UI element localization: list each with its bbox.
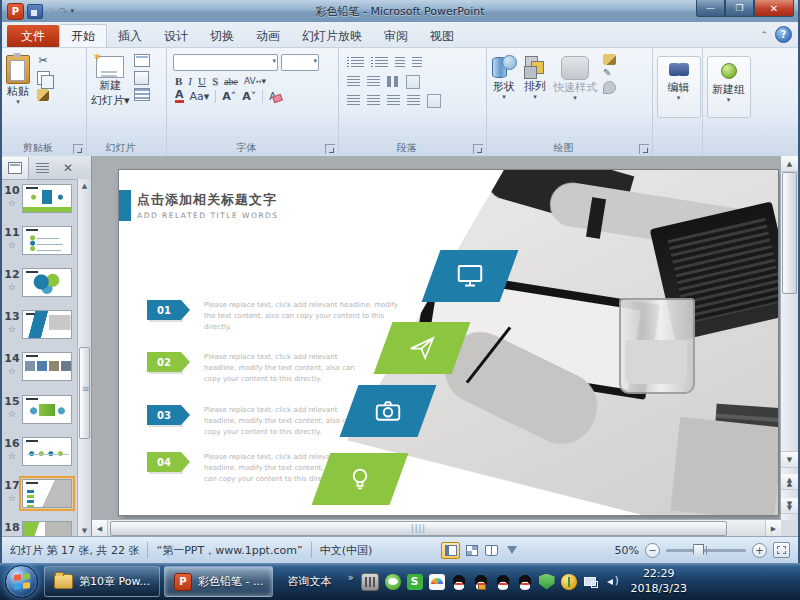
qq-icon-3[interactable]	[495, 574, 511, 590]
arrange-button[interactable]: 排列	[523, 52, 547, 100]
drawing-dialog-launcher[interactable]	[639, 144, 649, 154]
align-text-icon[interactable]	[406, 75, 420, 89]
slide-thumbnail-14[interactable]: 14☆	[2, 352, 78, 392]
underline-button[interactable]: U	[198, 75, 206, 87]
close-button[interactable]: ✕	[754, 0, 794, 17]
zoom-slider-thumb[interactable]	[693, 544, 704, 559]
shrink-font-button[interactable]: A˅	[242, 90, 256, 103]
network-icon[interactable]	[583, 574, 599, 590]
font-name-combobox[interactable]	[173, 54, 278, 71]
volume-icon[interactable]	[605, 574, 621, 590]
wechat-icon[interactable]	[385, 574, 401, 590]
shape-effects-icon[interactable]	[603, 81, 616, 94]
slide-thumbnail-13[interactable]: 13☆	[2, 310, 78, 350]
shapes-button[interactable]: 形状	[491, 52, 517, 100]
scroll-left-icon[interactable]: ◀	[92, 520, 108, 537]
zoom-level[interactable]: 50%	[615, 544, 639, 557]
rainbow-app-icon[interactable]	[429, 574, 445, 590]
panel-close-icon[interactable]: ✕	[63, 161, 73, 175]
tab-view[interactable]: 视图	[419, 25, 465, 47]
normal-view-button[interactable]	[441, 542, 460, 559]
paragraph-dialog-launcher[interactable]	[473, 144, 483, 154]
save-icon[interactable]	[27, 4, 43, 19]
language-indicator[interactable]: 中文(中国)	[320, 543, 373, 558]
decrease-indent-icon[interactable]	[347, 76, 360, 87]
redo-icon[interactable]: ↷	[58, 6, 67, 17]
taskbar-clock[interactable]: 22:29 2018/3/23	[631, 567, 687, 597]
qq-icon-2[interactable]	[473, 574, 489, 590]
slide-thumbnail-12[interactable]: 12☆	[2, 268, 78, 308]
tab-outline[interactable]	[29, 157, 55, 179]
numbering-icon[interactable]	[375, 57, 388, 68]
columns-icon[interactable]	[387, 76, 399, 87]
change-case-button[interactable]: Aa▾	[190, 90, 210, 103]
item-tag-01[interactable]: 01	[147, 300, 181, 320]
slide-thumbnail-15[interactable]: 15☆	[2, 395, 78, 435]
font-size-combobox[interactable]	[281, 54, 319, 71]
powerpoint-app-icon[interactable]: P	[7, 3, 24, 20]
slide-subtitle[interactable]: ADD RELATED TITLE WORDS	[137, 211, 279, 220]
quick-styles-button[interactable]: 快速样式	[553, 52, 597, 101]
text-direction-icon[interactable]	[412, 57, 422, 68]
sogou-icon[interactable]	[407, 574, 423, 590]
shape-fill-icon[interactable]	[603, 54, 616, 65]
gold-ball-icon[interactable]	[561, 574, 577, 590]
tab-animations[interactable]: 动画	[245, 25, 291, 47]
fit-to-window-button[interactable]	[773, 542, 790, 558]
grow-font-button[interactable]: A˄	[222, 90, 236, 103]
reading-view-button[interactable]	[483, 543, 500, 558]
font-color-button[interactable]: A	[175, 90, 184, 103]
item-tag-04[interactable]: 04	[147, 452, 181, 472]
slide-layout-icon[interactable]	[133, 52, 151, 69]
taskbar-button-folder[interactable]: 第10章 Pow...	[44, 566, 160, 597]
horizontal-scrollbar[interactable]: ◀ ▶	[92, 519, 781, 537]
shape-outline-icon[interactable]: ✎	[603, 68, 616, 78]
collapse-ribbon-icon[interactable]: ⌃	[760, 30, 768, 40]
align-left-icon[interactable]	[347, 95, 360, 106]
new-slide-button[interactable]: 新建 幻灯片▾	[91, 52, 130, 108]
restore-button[interactable]: ❐	[725, 0, 754, 17]
slide-thumbnail-11[interactable]: 11☆	[2, 226, 78, 266]
horizontal-scrollbar-thumb[interactable]	[110, 521, 727, 536]
qat-dropdown-icon[interactable]: ▾	[70, 7, 74, 15]
scroll-up-icon[interactable]: ▲	[78, 179, 91, 192]
character-spacing-button[interactable]: AV↔▾	[244, 76, 266, 86]
slide-sorter-view-button[interactable]	[463, 543, 480, 558]
line-spacing-icon[interactable]	[395, 57, 405, 68]
vertical-scrollbar-thumb[interactable]	[782, 172, 797, 294]
slide-thumbnail-10[interactable]: 10☆	[2, 184, 78, 224]
help-icon[interactable]: ?	[775, 26, 792, 43]
tab-transitions[interactable]: 切换	[199, 25, 245, 47]
reset-slide-icon[interactable]	[133, 69, 151, 86]
thumbnail-scrollbar[interactable]: ▲ ▼	[77, 179, 91, 537]
slide-canvas[interactable]: 点击添加相关标题文字 ADD RELATED TITLE WORDS 01 Pl…	[119, 170, 778, 515]
qq-icon-4[interactable]	[517, 574, 533, 590]
format-painter-icon[interactable]	[34, 86, 52, 103]
slide-thumbnail-17-selected[interactable]: 17☆	[2, 479, 78, 519]
start-button[interactable]	[5, 565, 38, 598]
undo-icon[interactable]: ↶	[46, 6, 55, 17]
zoom-in-button[interactable]: +	[752, 543, 767, 558]
minimize-button[interactable]: —	[696, 0, 725, 17]
slide-thumbnail-16[interactable]: 16☆	[2, 437, 78, 477]
justify-icon[interactable]	[407, 95, 420, 106]
tray-overflow-icon[interactable]: »	[347, 572, 353, 583]
item-text-01[interactable]: Please replace text, click add relevant …	[204, 300, 404, 333]
new-group-button[interactable]: 新建组	[707, 56, 751, 118]
bold-button[interactable]: B	[175, 75, 182, 87]
align-center-icon[interactable]	[367, 95, 380, 106]
slide-title[interactable]: 点击添加相关标题文字	[137, 191, 277, 209]
smartart-convert-icon[interactable]	[427, 94, 441, 108]
tab-review[interactable]: 审阅	[373, 25, 419, 47]
scroll-up-icon[interactable]: ▲	[781, 156, 798, 172]
qq-icon-1[interactable]	[451, 574, 467, 590]
scroll-down-icon[interactable]: ▼	[781, 451, 798, 468]
tab-home[interactable]: 开始	[59, 24, 107, 47]
next-slide-button[interactable]: ▼▼	[781, 498, 798, 514]
clear-formatting-icon[interactable]: A	[269, 91, 276, 102]
previous-slide-button[interactable]: ▲▲	[781, 474, 798, 490]
tab-slideshow[interactable]: 幻灯片放映	[291, 25, 373, 47]
tab-insert[interactable]: 插入	[107, 25, 153, 47]
item-tag-02[interactable]: 02	[147, 352, 181, 372]
scroll-right-icon[interactable]: ▶	[765, 520, 781, 537]
